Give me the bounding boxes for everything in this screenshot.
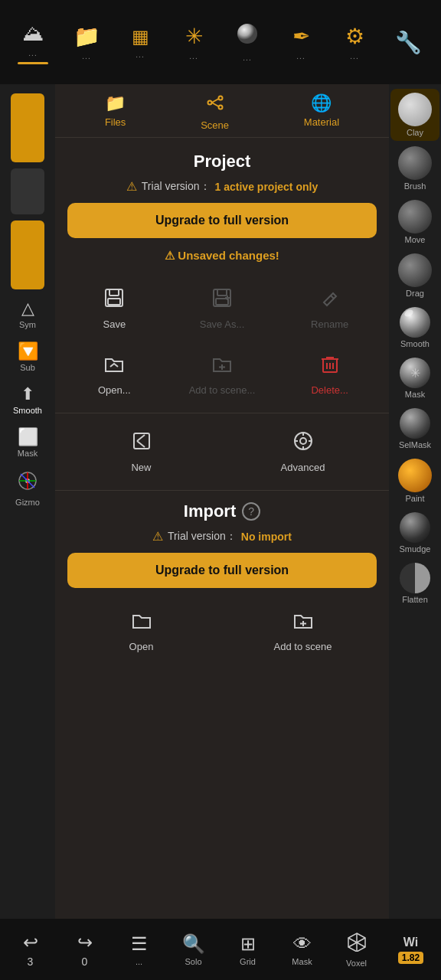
delete-btn[interactable]: Delete...	[276, 342, 383, 407]
gizmo-icon	[17, 470, 38, 496]
files-tab[interactable]: 📁 Files	[105, 93, 126, 131]
move-tool-btn[interactable]: Move	[389, 196, 441, 248]
project-actions-grid: Save Save As...	[61, 276, 383, 407]
import-title-row: Import ?	[55, 501, 389, 521]
left-sidebar: △ Sym 🔽 Sub ⬆ Smooth ⬜ Mask Gizmo	[0, 84, 55, 919]
svg-line-9	[211, 99, 218, 103]
import-upgrade-btn[interactable]: Upgrade to full version	[67, 553, 377, 588]
mask-left-label: Mask	[18, 449, 38, 458]
wi-btn[interactable]: Wi 1.82	[392, 936, 430, 964]
material-tab[interactable]: 🌐 Material	[304, 93, 339, 131]
wi-version: 1.82	[398, 952, 423, 964]
bottom-toolbar: ↩ 3 ↪ 0 ☰ ... 🔍 Solo ⊞ Grid 👁 Mask Voxel…	[0, 919, 441, 980]
smudge-tool-btn[interactable]: Smudge	[389, 508, 441, 557]
flatten-icon	[400, 563, 430, 593]
new-btn[interactable]: New	[61, 420, 221, 484]
mask-left-icon: ⬜	[18, 427, 38, 447]
svg-point-6	[207, 101, 211, 105]
save-as-btn[interactable]: Save As...	[169, 276, 276, 341]
advanced-btn[interactable]: Advanced	[223, 420, 383, 484]
arrow-tool-btn[interactable]: ⛰ ...	[14, 21, 52, 64]
mask-right-label: Mask	[405, 390, 425, 399]
voxel-label: Voxel	[346, 959, 367, 968]
save-as-label: Save As...	[200, 318, 245, 330]
color-swatch-3[interactable]	[11, 220, 44, 289]
smooth-tool-right-btn[interactable]: Smooth	[389, 303, 441, 352]
open-import-btn[interactable]: Open	[61, 599, 221, 663]
rename-label: Rename	[311, 318, 348, 330]
svg-line-10	[211, 103, 218, 106]
redo-count: 0	[82, 956, 88, 968]
undo-btn[interactable]: ↩ 3	[11, 932, 50, 968]
brush-tool-btn[interactable]: Brush	[389, 142, 441, 194]
color-swatch-1[interactable]	[11, 93, 44, 162]
wrench-btn[interactable]: 🔧	[389, 30, 427, 55]
sun-icon: ✳	[185, 24, 203, 49]
smooth-ball-icon	[400, 307, 430, 338]
paint-tool-btn[interactable]: Paint	[389, 455, 441, 507]
import-trial-notice: ⚠ Trial version： No import	[67, 529, 377, 544]
wi-icon: Wi	[403, 936, 418, 949]
material-icon: 🌐	[311, 93, 332, 113]
folder-icon: 📁	[74, 24, 100, 49]
add-scene-btn[interactable]: Add to scene...	[169, 342, 276, 407]
drag-tool-btn[interactable]: Drag	[389, 250, 441, 302]
advanced-label: Advanced	[281, 462, 325, 473]
open-btn[interactable]: Open...	[61, 342, 168, 407]
rename-btn[interactable]: Rename	[276, 276, 383, 341]
mask-bottom-btn[interactable]: 👁 Mask	[283, 933, 322, 966]
color-swatch-2[interactable]	[11, 168, 44, 214]
clay-icon	[398, 93, 432, 126]
clay-tool-btn[interactable]: Clay	[390, 89, 439, 141]
layers-icon: ▦	[132, 26, 149, 47]
smooth-tool-btn[interactable]: ⬆ Smooth	[0, 380, 55, 420]
project-warn-icon: ⚠	[126, 179, 137, 194]
menu-btn[interactable]: ☰ ...	[120, 933, 158, 966]
add-scene-import-btn[interactable]: Add to scene	[223, 599, 383, 663]
mask-bottom-icon: 👁	[293, 933, 312, 955]
smudge-icon	[400, 512, 430, 543]
brush-label: Brush	[404, 181, 426, 191]
open-import-icon	[131, 609, 152, 636]
settings-btn[interactable]: ⚙ ...	[335, 24, 374, 60]
add-scene-label: Add to scene...	[189, 384, 256, 396]
files-icon: 📁	[105, 93, 126, 113]
redo-btn[interactable]: ↪ 0	[66, 932, 104, 968]
selmask-tool-btn[interactable]: SelMask	[389, 404, 441, 453]
gizmo-tool-btn[interactable]: Gizmo	[0, 466, 55, 511]
top-toolbar: ⛰ ... 📁 ... ▦ ... ✳ ... ...	[0, 0, 441, 84]
svg-point-8	[218, 106, 222, 109]
solo-btn[interactable]: 🔍 Solo	[175, 933, 213, 966]
pen-tool-btn[interactable]: ✒ ...	[282, 24, 320, 60]
grid-btn[interactable]: ⊞ Grid	[229, 933, 267, 966]
delete-label: Delete...	[311, 384, 348, 396]
svg-point-7	[218, 96, 222, 100]
material-label: Material	[304, 116, 339, 128]
import-help-btn[interactable]: ?	[242, 502, 260, 521]
clay-ball-btn[interactable]: ...	[228, 22, 266, 62]
mask-tool-right-btn[interactable]: Mask	[389, 354, 441, 403]
menu-label: ...	[136, 957, 142, 966]
unsaved-notice: ⚠ Unsaved changes!	[67, 249, 377, 263]
mask-ball-icon	[400, 358, 430, 388]
folder-tool-btn[interactable]: 📁 ...	[67, 24, 106, 60]
project-section: Project ⚠ Trial version： 1 active projec…	[55, 152, 389, 484]
sub-tool-btn[interactable]: 🔽 Sub	[0, 337, 55, 377]
flatten-tool-btn[interactable]: Flatten	[389, 559, 441, 608]
wrench-icon: 🔧	[395, 30, 422, 55]
project-upgrade-btn[interactable]: Upgrade to full version	[67, 203, 377, 238]
sym-tool-btn[interactable]: △ Sym	[0, 294, 55, 334]
mask-tool-btn[interactable]: ⬜ Mask	[0, 423, 55, 462]
save-btn[interactable]: Save	[61, 276, 168, 341]
selmask-label: SelMask	[399, 440, 431, 449]
mask-bottom-label: Mask	[292, 957, 312, 966]
voxel-btn[interactable]: Voxel	[338, 932, 376, 968]
layers-tool-btn[interactable]: ▦ ...	[121, 26, 159, 59]
undo-icon: ↩	[23, 932, 38, 953]
clay-ball-icon	[236, 22, 259, 51]
project-trial-notice: ⚠ Trial version： 1 active project only	[67, 179, 377, 194]
scene-tab[interactable]: Scene	[201, 93, 229, 131]
sun-tool-btn[interactable]: ✳ ...	[175, 24, 213, 60]
sub-icon: 🔽	[18, 341, 38, 361]
drag-icon	[398, 253, 432, 287]
